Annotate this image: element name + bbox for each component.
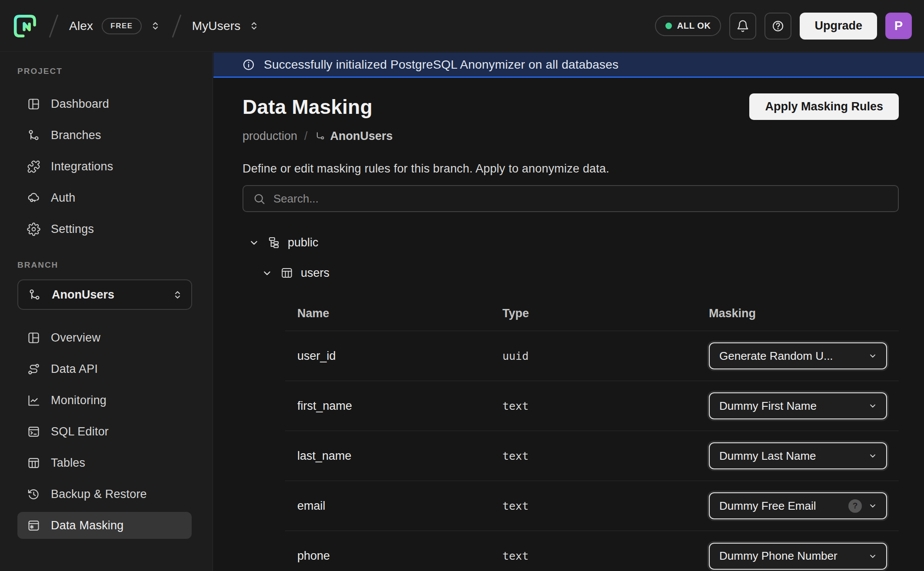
neon-logo[interactable]: [12, 13, 38, 40]
masking-rule-value: Dummy Free Email: [719, 499, 842, 513]
route-icon: [27, 362, 40, 376]
sidebar-item-label: Data Masking: [51, 519, 123, 532]
masking-rules-table: Name Type Masking user_id uuid Generate …: [285, 296, 899, 571]
help-badge-icon[interactable]: ?: [848, 499, 862, 513]
sidebar-item-settings[interactable]: Settings: [17, 216, 192, 242]
masking-rule-select[interactable]: Dummy Last Name: [709, 442, 887, 469]
branch-selector[interactable]: AnonUsers: [17, 279, 192, 310]
schema-name: public: [288, 236, 319, 249]
branch-icon: [28, 288, 41, 302]
column-name: first_name: [297, 399, 502, 413]
sidebar-item-branches[interactable]: Branches: [17, 122, 192, 149]
breadcrumb-slash: [49, 14, 59, 38]
schema-icon: [267, 236, 280, 249]
child-branch-icon: [315, 131, 326, 142]
masking-rule-value: Dummy Phone Number: [719, 549, 862, 563]
sidebar-item-integrations[interactable]: Integrations: [17, 153, 192, 180]
table-icon: [27, 456, 40, 470]
branch-section-label: BRANCH: [17, 260, 213, 270]
column-type: text: [502, 500, 709, 512]
tree-node-table[interactable]: users: [261, 262, 899, 283]
project-name: MyUsers: [192, 19, 241, 33]
user-avatar[interactable]: P: [885, 13, 912, 39]
sidebar-item-sql-editor[interactable]: SQL Editor: [17, 418, 192, 445]
sidebar-item-label: Tables: [51, 456, 85, 470]
breadcrumb: production / AnonUsers: [243, 129, 899, 143]
column-header-name: Name: [297, 307, 502, 320]
masking-rule-select[interactable]: Generate Random U...: [709, 342, 887, 369]
project-section-label: PROJECT: [17, 66, 213, 76]
chevrons-updown-icon: [248, 20, 260, 32]
sidebar-item-overview[interactable]: Overview: [17, 324, 192, 351]
sidebar-item-label: Overview: [51, 331, 100, 345]
search-bar: [243, 185, 899, 212]
status-dot-icon: [665, 23, 672, 29]
table-row: user_id uuid Generate Random U...: [285, 331, 899, 381]
search-input[interactable]: [273, 192, 888, 206]
masking-rule-select[interactable]: Dummy First Name: [709, 392, 887, 419]
column-header-type: Type: [502, 307, 709, 320]
sidebar-item-label: Settings: [51, 222, 94, 236]
masking-rule-select[interactable]: Dummy Phone Number: [709, 543, 887, 570]
puzzle-icon: [27, 160, 40, 173]
chevron-down-icon: [868, 451, 877, 461]
topbar: Alex FREE MyUsers ALL OK Upgrade P: [0, 0, 924, 52]
breadcrumb-separator: /: [304, 129, 308, 143]
table-row: phone text Dummy Phone Number: [285, 531, 899, 571]
sidebar-item-label: Branches: [51, 129, 101, 142]
sidebar-item-label: Dashboard: [51, 97, 109, 111]
breadcrumb-project[interactable]: production: [243, 129, 297, 143]
sidebar: PROJECT Dashboard Branches Integrations …: [0, 53, 213, 571]
main-content: Successfully initialized PostgreSQL Anon…: [213, 53, 924, 571]
notifications-button[interactable]: [729, 13, 756, 40]
column-name: phone: [297, 549, 502, 563]
auth-cloud-key-icon: [27, 191, 40, 205]
masking-rule-value: Dummy First Name: [719, 399, 862, 413]
tree-node-schema[interactable]: public: [248, 232, 899, 253]
sidebar-item-monitoring[interactable]: Monitoring: [17, 387, 192, 414]
upgrade-button[interactable]: Upgrade: [800, 13, 877, 40]
info-icon: [242, 58, 255, 71]
chevron-down-icon: [868, 351, 877, 361]
column-type: text: [502, 550, 709, 562]
masking-rule-select[interactable]: Dummy Free Email ?: [709, 492, 887, 519]
table-name: users: [301, 266, 329, 280]
sidebar-item-label: Auth: [51, 191, 75, 205]
masking-rule-value: Dummy Last Name: [719, 449, 862, 463]
chevron-down-icon[interactable]: [261, 267, 273, 279]
apply-masking-rules-button[interactable]: Apply Masking Rules: [749, 93, 899, 120]
sidebar-item-tables[interactable]: Tables: [17, 449, 192, 476]
overview-icon: [27, 331, 40, 345]
page-description: Define or edit masking rules for this br…: [243, 162, 899, 176]
table-row: first_name text Dummy First Name: [285, 381, 899, 431]
help-circle-icon: [771, 20, 784, 33]
breadcrumb-branch[interactable]: AnonUsers: [330, 129, 393, 143]
sidebar-item-label: SQL Editor: [51, 425, 109, 438]
page-title: Data Masking: [243, 95, 372, 119]
sidebar-item-label: Integrations: [51, 160, 113, 173]
sidebar-item-dashboard[interactable]: Dashboard: [17, 90, 192, 117]
sidebar-item-backup-restore[interactable]: Backup & Restore: [17, 481, 192, 508]
help-button[interactable]: [764, 13, 791, 40]
sidebar-item-data-api[interactable]: Data API: [17, 355, 192, 382]
project-switcher[interactable]: MyUsers: [192, 19, 260, 33]
table-row: last_name text Dummy Last Name: [285, 431, 899, 481]
chevron-down-icon: [868, 401, 877, 411]
column-type: text: [502, 400, 709, 412]
chevrons-updown-icon: [150, 20, 161, 32]
sidebar-item-auth[interactable]: Auth: [17, 184, 192, 211]
table-icon: [280, 266, 293, 279]
line-chart-icon: [27, 394, 40, 407]
breadcrumb-slash: [172, 14, 181, 38]
chevron-down-icon[interactable]: [248, 237, 260, 249]
table-row: email text Dummy Free Email ?: [285, 481, 899, 531]
masking-rule-value: Generate Random U...: [719, 349, 862, 363]
column-name: user_id: [297, 349, 502, 363]
org-switcher[interactable]: Alex FREE: [69, 18, 161, 34]
success-banner: Successfully initialized PostgreSQL Anon…: [213, 53, 924, 78]
status-badge[interactable]: ALL OK: [655, 16, 721, 36]
sidebar-item-data-masking[interactable]: Data Masking: [17, 512, 192, 539]
topbar-actions: ALL OK Upgrade P: [655, 13, 912, 40]
history-icon: [27, 488, 40, 501]
column-type: uuid: [502, 350, 709, 362]
